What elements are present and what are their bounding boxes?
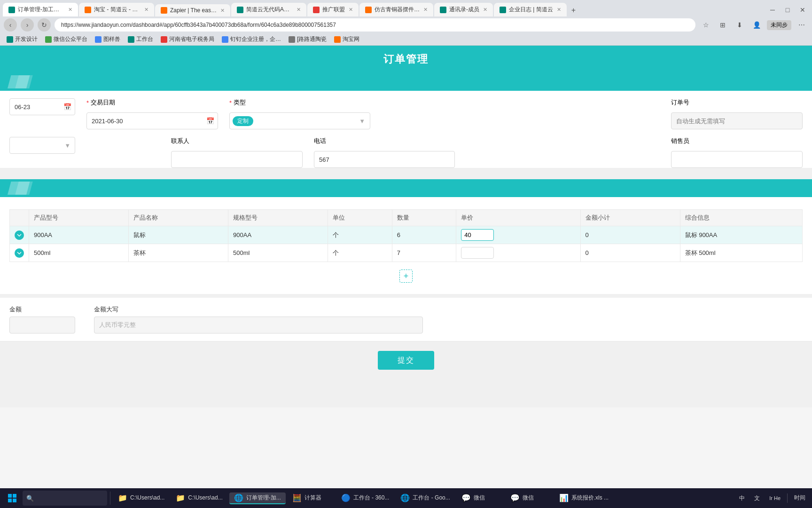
tab-5[interactable]: 推广联盟 ✕ bbox=[307, 3, 359, 16]
refresh-button[interactable]: ↻ bbox=[38, 18, 51, 32]
tab-3[interactable]: Zapier | The easie… ✕ bbox=[155, 4, 230, 16]
bookmark-tax[interactable]: 河南省电子税务局 bbox=[158, 34, 217, 44]
taskbar-item-edge[interactable]: 🌐 订单管理-加... bbox=[229, 492, 286, 504]
expand-svg-2 bbox=[16, 250, 22, 256]
address-input[interactable] bbox=[55, 18, 695, 32]
tab-favicon-8 bbox=[500, 7, 506, 13]
menu-icon[interactable]: ⋯ bbox=[795, 18, 808, 32]
row2-price-cell bbox=[456, 244, 580, 262]
tab-close-7[interactable]: ✕ bbox=[483, 7, 487, 13]
form-row-1: 06-23 📅 * 交易日期 📅 bbox=[9, 98, 803, 129]
tab-7[interactable]: 通讯录-成员 ✕ bbox=[434, 3, 493, 16]
tab-close-8[interactable]: ✕ bbox=[557, 7, 561, 13]
new-tab-button[interactable]: + bbox=[568, 4, 579, 16]
tab-2[interactable]: 淘宝 - 简道云 - #… ✕ bbox=[79, 3, 154, 16]
tab-close-4[interactable]: ✕ bbox=[297, 7, 301, 13]
type-tag: 定制 bbox=[233, 116, 253, 126]
bookmark-wechat[interactable]: 微信公众平台 bbox=[42, 34, 90, 44]
tab-8[interactable]: 企业日志 | 简道云 ✕ bbox=[494, 3, 567, 16]
add-row-area: + bbox=[9, 266, 803, 286]
sales-field: 销售员 bbox=[671, 137, 803, 168]
row1-subtotal: 0 bbox=[580, 226, 680, 244]
bookmark-favicon-6 bbox=[222, 36, 228, 43]
tab-active[interactable]: 订单管理-加工厂… ✕ bbox=[3, 3, 78, 16]
type-select-container[interactable]: 定制 ▼ bbox=[229, 112, 370, 129]
maximize-button[interactable]: □ bbox=[781, 3, 794, 16]
row1-product-name: 鼠标 bbox=[129, 226, 228, 244]
row2-expand-icon[interactable] bbox=[15, 248, 24, 258]
row1-price-cell bbox=[456, 226, 580, 244]
taskbar-item-calc[interactable]: 🧮 计算器 bbox=[288, 492, 335, 504]
close-browser-button[interactable]: ✕ bbox=[796, 3, 809, 16]
taskbar-item-wechat2[interactable]: 💬 微信 bbox=[506, 492, 553, 504]
svg-rect-0 bbox=[8, 494, 12, 498]
taskbar-time[interactable]: 时间 bbox=[791, 493, 808, 503]
page-outer: 订单管理 06-23 📅 * 交易日期 bbox=[0, 46, 812, 407]
taskbar-search-icon: 🔍 bbox=[26, 495, 34, 502]
download-icon[interactable]: ⬇ bbox=[733, 18, 746, 32]
taskbar-item-wechat1[interactable]: 💬 微信 bbox=[457, 492, 504, 504]
tab-favicon-6 bbox=[365, 7, 372, 13]
row2-price-input[interactable] bbox=[461, 247, 494, 259]
collection-icon[interactable]: ⊞ bbox=[716, 18, 729, 32]
taskbar-lang-zh[interactable]: 中 bbox=[736, 493, 748, 503]
tab-4[interactable]: 简道云无代码API… ✕ bbox=[231, 3, 306, 16]
forward-button[interactable]: › bbox=[21, 18, 34, 32]
tab-close-5[interactable]: ✕ bbox=[349, 7, 353, 13]
phone-input[interactable] bbox=[314, 151, 455, 168]
minimize-button[interactable]: ─ bbox=[766, 3, 779, 16]
bookmark-taobao[interactable]: 淘宝网 bbox=[331, 34, 362, 44]
taskbar-search[interactable]: 🔍 bbox=[23, 491, 107, 506]
left-select-field: ▼ bbox=[9, 137, 75, 154]
row1-info: 鼠标 900AA bbox=[680, 226, 802, 244]
sync-button[interactable]: 未同步 bbox=[767, 20, 791, 30]
contact-input[interactable] bbox=[171, 151, 303, 168]
taskbar-item-folder1[interactable]: 📁 C:\Users\ad... bbox=[113, 492, 169, 504]
left-select[interactable] bbox=[9, 137, 75, 154]
taskbar-item-chrome[interactable]: 🌐 工作台 - Goo... bbox=[396, 492, 454, 504]
bookmark-favicon-2 bbox=[45, 36, 52, 43]
profile-icon[interactable]: 👤 bbox=[750, 18, 763, 32]
tab-6[interactable]: 仿古青铜器摆件… ✕ bbox=[359, 3, 433, 16]
bookmarks-bar: 开发设计 微信公众平台 图样兽 工作台 河南省电子税务局 钉钉企业注册，企… [… bbox=[0, 33, 812, 46]
bookmark-ceramics[interactable]: [路路通陶瓷 bbox=[286, 34, 329, 44]
tab-close-6[interactable]: ✕ bbox=[423, 7, 428, 13]
bookmark-devdesign[interactable]: 开发设计 bbox=[4, 34, 40, 44]
phone-label: 电话 bbox=[314, 137, 326, 144]
col-unit: 单位 bbox=[328, 210, 392, 226]
taskbar-item-360[interactable]: 🔵 工作台 - 360... bbox=[336, 492, 394, 504]
sales-label: 销售员 bbox=[671, 137, 689, 144]
row2-product-id: 500ml bbox=[29, 244, 129, 262]
expand-svg bbox=[16, 232, 22, 238]
tab-close-3[interactable]: ✕ bbox=[220, 8, 225, 14]
taskbar-item-folder2[interactable]: 📁 C:\Users\ad... bbox=[171, 492, 227, 504]
tab-close-icon[interactable]: ✕ bbox=[68, 7, 72, 13]
taskbar-right-sep bbox=[787, 493, 788, 503]
row1-price-input[interactable] bbox=[461, 229, 494, 241]
bookmark-workspace[interactable]: 工作台 bbox=[125, 34, 156, 44]
start-button[interactable] bbox=[4, 490, 21, 507]
star-icon[interactable]: ☆ bbox=[699, 18, 712, 32]
back-button[interactable]: ‹ bbox=[4, 18, 17, 32]
col-spec: 规格型号 bbox=[228, 210, 328, 226]
add-row-button[interactable]: + bbox=[399, 270, 413, 283]
taskbar-lang-wen[interactable]: 文 bbox=[751, 493, 763, 503]
row2-unit: 个 bbox=[328, 244, 392, 262]
tab-label-2: 淘宝 - 简道云 - #… bbox=[94, 6, 141, 14]
taskbar: 🔍 📁 C:\Users\ad... 📁 C:\Users\ad... 🌐 订单… bbox=[0, 488, 812, 508]
row1-expand-icon[interactable] bbox=[15, 230, 24, 240]
form-row-2: ▼ 联系人 电话 bbox=[9, 137, 803, 168]
tab-close-2[interactable]: ✕ bbox=[144, 7, 148, 13]
tab-favicon-7 bbox=[440, 7, 446, 13]
tab-favicon-4 bbox=[237, 7, 243, 13]
folder2-icon: 📁 bbox=[176, 493, 185, 502]
bookmark-dingding[interactable]: 钉钉企业注册，企… bbox=[219, 34, 284, 44]
submit-button[interactable]: 提交 bbox=[378, 351, 434, 370]
taskbar-sep-1 bbox=[110, 492, 110, 505]
bookmark-tuyashou[interactable]: 图样兽 bbox=[92, 34, 123, 44]
row2-icon-cell bbox=[10, 244, 29, 262]
taskbar-item-excel[interactable]: 📊 系统报价.xls ... bbox=[554, 492, 613, 504]
taskbar-ime-icon[interactable]: Ir He bbox=[766, 494, 783, 502]
delivery-date-input[interactable] bbox=[86, 112, 218, 129]
sales-input[interactable] bbox=[671, 151, 803, 168]
